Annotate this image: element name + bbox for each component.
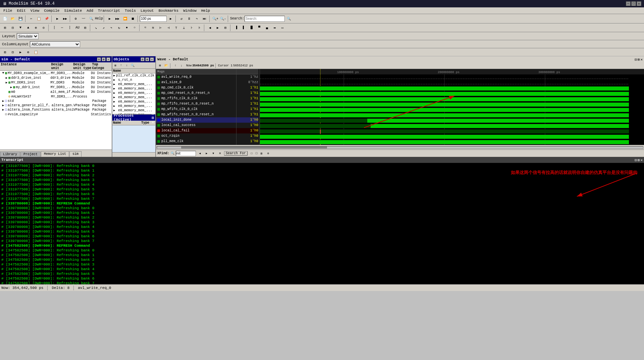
obj-e0-4[interactable]: ▶e0_memory_mem_... [112, 95, 155, 100]
find-opt2[interactable]: ▤ [259, 151, 264, 156]
tb-break[interactable]: ⏸ [185, 15, 193, 22]
menu-compile[interactable]: Compile [42, 8, 61, 13]
proc-scroll[interactable] [112, 152, 155, 157]
wave-name-oct[interactable]: oct_rzqin [156, 133, 236, 139]
obj-e0-1[interactable]: ▶e0_memory_mem_... [112, 82, 155, 86]
tb-cut[interactable]: ✂ [28, 15, 35, 22]
tb-stop[interactable]: ⏹ [129, 15, 137, 22]
tb2-wave8[interactable]: ⊧ [196, 24, 203, 32]
obj-undock[interactable]: ⊡ [141, 57, 145, 61]
search-for-btn[interactable]: Search For [224, 151, 248, 156]
wave-scrollbar-thumb[interactable] [181, 146, 327, 148]
tb-compile-all[interactable]: ▶▶ [61, 15, 69, 22]
menu-tools[interactable]: Tools [123, 8, 138, 13]
wave-name-pll-mem[interactable]: pll_mem_clk [156, 139, 236, 144]
tb2-zoom2[interactable]: ▶ [214, 24, 221, 32]
tb-finish[interactable]: ⏭ [201, 15, 208, 22]
tb2-disp5[interactable]: ▄ [263, 24, 271, 32]
sim-panel-float[interactable]: ⊞ [102, 57, 106, 61]
tb2-1[interactable]: ⊞ [1, 24, 9, 32]
menu-view[interactable]: View [29, 8, 41, 13]
wave-name-mp-rfifo-clk[interactable]: mp_rfifo_clk_0_clk [156, 96, 236, 101]
tb-new[interactable]: 📄 [1, 15, 9, 22]
wave-float[interactable]: ⊞ [638, 57, 640, 62]
tb-find[interactable]: 🔍 [88, 15, 95, 22]
wave-close[interactable]: ✕ [640, 57, 643, 62]
wave-tb-3[interactable]: ↑ [173, 63, 178, 68]
tb-help-btn[interactable]: Help [95, 15, 103, 22]
tb-compile[interactable]: ▶ [54, 15, 61, 22]
tb-save[interactable]: 💾 [17, 15, 24, 22]
find-prev[interactable]: ◀ [197, 151, 203, 156]
col-layout-select[interactable]: AllColumns Default [30, 41, 80, 47]
run-time-input[interactable] [140, 16, 167, 22]
transcript-controls[interactable]: ⊡ ⊞ ✕ [635, 158, 643, 162]
st-3[interactable]: ▶ [17, 49, 24, 56]
tb-run[interactable]: ▶ [106, 15, 113, 22]
tab-project[interactable]: Project [20, 152, 41, 157]
obj-tb-2[interactable]: ↑ [118, 63, 124, 68]
wave-undock[interactable]: ⊡ [635, 57, 637, 62]
tb2-clr-bp[interactable]: ○ [131, 24, 138, 32]
tb2-wave2[interactable]: ≋ [149, 24, 157, 32]
minimize-button[interactable]: — [626, 1, 631, 6]
expand-0[interactable]: ▼ [1, 71, 5, 75]
tree-row-m0[interactable]: ▦ m0 alt_mem_if... Module DU Instanc [0, 89, 112, 94]
obj-tb-3[interactable]: ↓ [124, 63, 129, 68]
wave-name-mp-cmd-clk[interactable]: mp_cmd_clk_0_clk [156, 85, 236, 91]
obj-e0-6[interactable]: ▶e0_memory_mem_... [112, 104, 155, 108]
layout-select[interactable]: Simulate Debug [17, 33, 39, 39]
wave-scrollbar-track[interactable] [157, 146, 643, 149]
menu-simulate[interactable]: Simulate [62, 8, 84, 13]
menu-file[interactable]: File [1, 8, 14, 13]
tb2-3[interactable]: ▼ [17, 24, 24, 32]
tb2-disp3[interactable]: █ [248, 24, 255, 32]
wave-name-mp-wfifo-reset[interactable]: mp_wfifo_reset_n_0_reset_n [156, 112, 236, 117]
sim-panel-undock[interactable]: ⊡ [97, 57, 101, 61]
tb-restart[interactable]: ↺ [178, 15, 185, 22]
tree-row-always[interactable]: ⚙ #ALWAYS#37 MY_DDR3_... Process [0, 94, 112, 99]
tree-row-altera-lnsm[interactable]: ▶□ altera_lnsm_functions altera_lnsi... … [0, 108, 112, 112]
menu-edit[interactable]: Edit [15, 8, 28, 13]
wave-tb-2[interactable]: 📂 [163, 63, 169, 68]
find-opt3[interactable]: ⚙ [265, 151, 271, 156]
tree-row-0[interactable]: ▼▦ MY_DDR3_example_sim_tb MY_DDR3_... Mo… [0, 71, 112, 75]
tb-open[interactable]: 📂 [9, 15, 16, 22]
find-next[interactable]: ▶ [204, 151, 209, 156]
tb2-7[interactable]: | [51, 24, 58, 32]
trans-undock[interactable]: ⊡ [635, 158, 637, 162]
tb2-9[interactable]: | [66, 24, 73, 32]
objects-panel-controls[interactable]: ⊡ ⊞ ✕ [141, 57, 154, 61]
tb-copy[interactable]: 📋 [35, 15, 43, 22]
menu-help[interactable]: Help [199, 8, 212, 13]
close-button[interactable]: ✕ [637, 1, 641, 6]
tree-row-std[interactable]: ▶□ std Package [0, 99, 112, 103]
tab-sim[interactable]: sim [69, 151, 82, 157]
tb2-wave6[interactable]: ⊥ [180, 24, 187, 32]
wave-name-mp-cmd-reset[interactable]: mp_cmd_reset_n_0_reset_n [156, 91, 236, 96]
tb2-zoom1[interactable]: ◀ [206, 24, 214, 32]
tb2-4[interactable]: ▲ [24, 24, 32, 32]
wave-name-mp-rfifo-reset[interactable]: mp_rfifo_reset_n_0_reset_n [156, 101, 236, 107]
menu-transcript[interactable]: Transcript [96, 8, 122, 13]
tb2-disp1[interactable]: ▐ [232, 24, 240, 32]
tb2-disp6[interactable]: ▬ [271, 24, 278, 32]
maximize-button[interactable]: □ [631, 1, 636, 6]
tb2-disp7[interactable]: ▭ [279, 24, 286, 32]
obj-pll-ref[interactable]: ▶pll_ref_clk_clk_clk [112, 73, 155, 78]
tb2-wave5[interactable]: ⊤ [172, 24, 180, 32]
wave-name-avl-size[interactable]: avl_size_0 [156, 80, 236, 85]
tab-memory-list[interactable]: Memory List [41, 151, 69, 157]
obj-tb-4[interactable]: 🔍 [130, 63, 135, 68]
tb2-8[interactable]: ↔ [58, 24, 66, 32]
sim-panel-controls[interactable]: ⊡ ⊞ ✕ [97, 57, 110, 61]
menu-bookmarks[interactable]: Bookmarks [157, 8, 180, 13]
st-1[interactable]: ⊞ [1, 49, 9, 56]
tree-row-3[interactable]: ▶▦ my_ddr3_inst MY_DDR3_... Module DU In… [0, 85, 112, 89]
tb2-step-out[interactable]: ↗ [100, 24, 107, 32]
tb-run-time[interactable]: ▶ [167, 15, 174, 22]
st-4[interactable]: ⊕ [24, 49, 32, 56]
tab-library[interactable]: Library [0, 152, 20, 157]
tb-run-cont[interactable]: ▶▶ [114, 15, 121, 22]
tb2-cont[interactable]: ↻ [115, 24, 123, 32]
